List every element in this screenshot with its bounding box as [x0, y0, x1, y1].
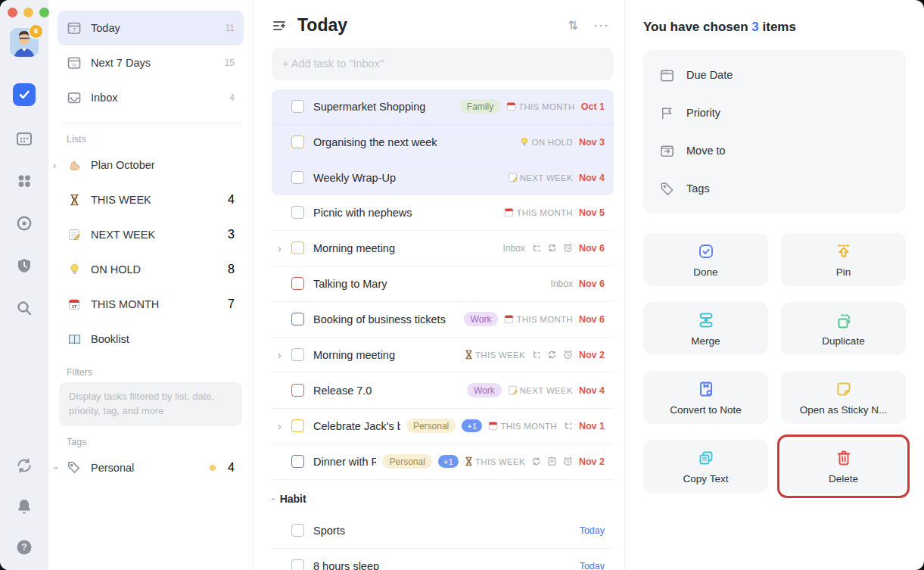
task-checkbox[interactable]	[291, 100, 304, 113]
habit-clock-icon[interactable]	[12, 254, 36, 278]
tag-icon	[658, 180, 675, 197]
premium-crown-badge: ♛	[28, 23, 44, 39]
task-row[interactable]: Picnic with nephews THIS MONTH Nov 5	[272, 195, 614, 231]
task-checkbox[interactable]	[291, 171, 304, 184]
collapse-sidebar-icon[interactable]	[272, 18, 287, 33]
sidebar-list-label: NEXT WEEK	[91, 229, 228, 241]
pin-button[interactable]: Pin	[781, 233, 906, 286]
task-row[interactable]: › Morning meeting THIS WEEK Nov 2	[272, 338, 614, 373]
task-row[interactable]: Supermarket Shopping Family THIS MONTH O…	[272, 89, 614, 125]
notifications-bell-icon[interactable]	[12, 494, 36, 519]
task-row[interactable]: › Morning meeting Inbox Nov 6	[272, 231, 614, 266]
convert-to-note-button[interactable]: Convert to Note	[643, 371, 768, 424]
task-checkbox[interactable]	[291, 419, 304, 432]
task-title: Supermarket Shopping	[313, 101, 454, 113]
sidebar-list-plan-october[interactable]: › Plan October	[58, 148, 244, 182]
help-icon[interactable]: ?	[12, 535, 36, 559]
page-title: Today	[297, 15, 558, 36]
search-icon[interactable]	[12, 296, 36, 320]
due-date: Nov 6	[579, 279, 605, 289]
sidebar-list-booklist[interactable]: Booklist	[58, 322, 244, 357]
sidebar-item-next-7-days[interactable]: Tu Next 7 Days 15	[58, 45, 244, 80]
list-label: THIS WEEK	[465, 456, 525, 466]
filters-placeholder[interactable]: Display tasks filtered by list, date, pr…	[59, 382, 242, 426]
habit-checkbox[interactable]	[291, 524, 304, 537]
menu-item-priority[interactable]: Priority	[643, 94, 906, 132]
task-row[interactable]: Talking to Mary Inbox Nov 6	[272, 266, 614, 302]
task-checkbox[interactable]	[291, 384, 304, 397]
sidebar-list-label: ON HOLD	[91, 263, 228, 276]
selection-title: You have chosen 3 items	[643, 20, 906, 35]
action-button-label: Convert to Note	[664, 404, 748, 416]
action-button-label: Copy Text	[677, 473, 735, 484]
subtasks-icon	[563, 421, 573, 431]
calendar-icon[interactable]	[12, 126, 36, 151]
more-tags-badge: +1	[438, 455, 459, 468]
sticky-note-icon	[835, 380, 853, 398]
duplicate-button[interactable]: Duplicate	[781, 302, 906, 355]
task-checkbox[interactable]	[291, 277, 304, 290]
expand-chevron-icon[interactable]: ›	[278, 350, 282, 360]
menu-item-label: Tags	[686, 182, 710, 195]
expand-chevron-icon[interactable]: ›	[278, 243, 282, 254]
task-row[interactable]: Organising the next week ON HOLD Nov 3	[272, 125, 614, 160]
action-button-label: Delete	[823, 473, 864, 484]
sidebar-list-this-month[interactable]: 17 THIS MONTH 7	[58, 287, 244, 322]
chevron-right-icon[interactable]: ›	[53, 160, 56, 171]
delete-button[interactable]: Delete	[781, 440, 906, 493]
task-checkbox[interactable]	[291, 348, 304, 361]
menu-item-move-to[interactable]: Move to	[643, 132, 906, 170]
expand-chevron-icon[interactable]: ›	[278, 421, 282, 431]
sidebar: 7 Today 11 Tu Next 7 Days 15 Inbox 4 Lis…	[48, 0, 254, 570]
task-row[interactable]: Release 7.0 Work NEXT WEEK Nov 4	[272, 373, 614, 409]
tasks-app-icon[interactable]	[12, 83, 36, 107]
habit-row[interactable]: 8 hours sleep Today	[272, 549, 614, 570]
memo-icon	[67, 227, 82, 242]
task-title: Morning meeting	[313, 349, 459, 361]
eisenhower-matrix-icon[interactable]	[12, 169, 36, 193]
task-row[interactable]: Weekly Wrap-Up NEXT WEEK Nov 4	[272, 160, 614, 195]
task-checkbox[interactable]	[291, 313, 304, 325]
habit-row[interactable]: Sports Today	[272, 513, 614, 549]
habit-group-header[interactable]: › Habit	[272, 484, 614, 513]
sidebar-list-on-hold[interactable]: ON HOLD 8	[58, 252, 244, 287]
tag-pill: Work	[464, 312, 499, 326]
sort-icon[interactable]: ⇅	[568, 18, 577, 33]
bulb-icon	[67, 262, 82, 277]
task-checkbox[interactable]	[291, 135, 304, 148]
group-label: Habit	[280, 493, 306, 505]
focus-icon[interactable]	[12, 211, 36, 235]
open-as-sticky-note-button[interactable]: Open as Sticky N...	[781, 371, 906, 424]
list-label: NEXT WEEK	[508, 385, 573, 395]
menu-item-tags[interactable]: Tags	[643, 170, 906, 207]
minimize-window-button[interactable]	[23, 8, 33, 17]
sidebar-item-inbox[interactable]: Inbox 4	[58, 80, 244, 115]
task-row[interactable]: Booking of business tickets Work THIS MO…	[272, 302, 614, 338]
user-avatar[interactable]: ♛	[10, 28, 39, 57]
more-options-icon[interactable]: ···	[593, 17, 609, 33]
task-checkbox[interactable]	[291, 241, 304, 254]
menu-item-due-date[interactable]: Due Date	[643, 56, 906, 94]
done-button[interactable]: Done	[643, 233, 768, 286]
habit-checkbox[interactable]	[291, 559, 304, 570]
task-row[interactable]: › Celebrate Jack's birth Personal +1 THI…	[272, 409, 614, 444]
sidebar-tag-personal[interactable]: › Personal 4	[58, 450, 244, 485]
due-date: Nov 5	[579, 207, 605, 218]
copy-text-button[interactable]: Copy Text	[643, 440, 768, 493]
sidebar-list-count: 7	[228, 297, 235, 311]
chevron-down-icon[interactable]: ›	[51, 466, 61, 469]
menu-item-label: Move to	[686, 145, 726, 157]
add-task-input[interactable]: + Add task to "Inbox"	[272, 48, 614, 80]
calendar-17-icon	[504, 314, 514, 324]
sync-icon[interactable]	[12, 453, 36, 478]
close-window-button[interactable]	[8, 8, 17, 17]
action-button-label: Open as Sticky N...	[794, 404, 894, 416]
task-checkbox[interactable]	[291, 206, 304, 219]
sidebar-list-next-week[interactable]: NEXT WEEK 3	[58, 217, 244, 252]
sidebar-item-today[interactable]: 7 Today 11	[58, 11, 244, 45]
task-row[interactable]: Dinner with Ruthie Personal +1 THIS WEEK…	[272, 444, 614, 480]
task-checkbox[interactable]	[291, 455, 304, 468]
sidebar-list-this-week[interactable]: THIS WEEK 4	[58, 182, 244, 217]
merge-button[interactable]: Merge	[643, 302, 768, 355]
repeat-icon	[547, 243, 557, 253]
